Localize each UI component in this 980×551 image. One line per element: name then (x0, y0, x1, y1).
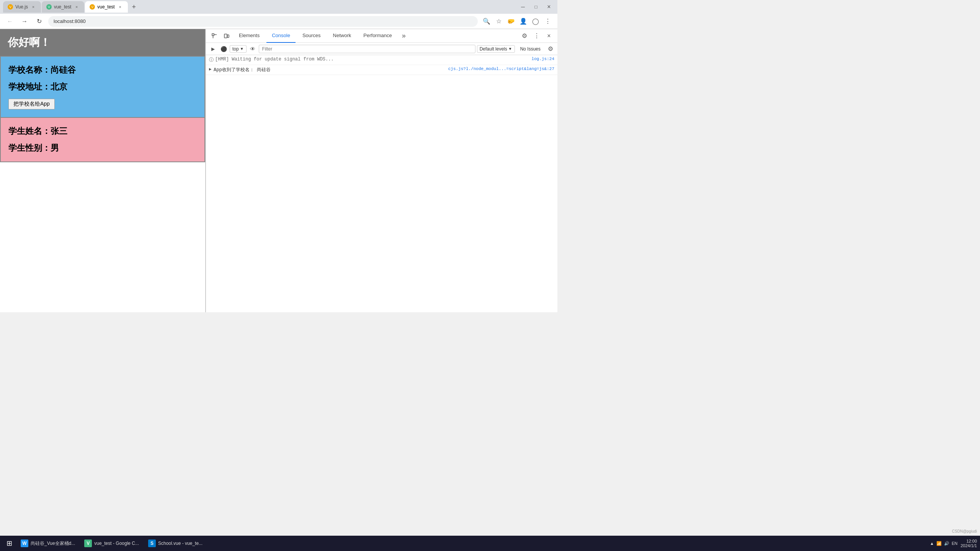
url-input[interactable] (48, 16, 478, 27)
browser-actions: 🔍 ☆ 🤛 👤 ◯ ⋮ (482, 16, 553, 26)
menu-icon[interactable]: ⋮ (543, 16, 553, 26)
maximize-button[interactable]: □ (531, 2, 541, 12)
console-settings-icon[interactable]: ⚙ (546, 44, 555, 54)
address-bar: ← → ↻ 🔍 ☆ 🤛 👤 ◯ ⋮ (0, 14, 557, 29)
student-name: 学生姓名：张三 (8, 126, 197, 137)
webpage-view: 你好啊！ 学校名称：尚硅谷 学校地址：北京 把学校名给App 学生姓名：张三 学… (0, 29, 206, 312)
inspect-element-button[interactable] (209, 31, 220, 41)
console-toolbar: ▶ ⚫ top ▼ 👁 Default levels ▼ No Issues ⚙ (206, 43, 557, 55)
browser-tab-1[interactable]: V Vue.js × (3, 1, 41, 13)
devtools-tab-network[interactable]: Network (328, 29, 357, 43)
console-context-selector[interactable]: top ▼ (230, 45, 247, 53)
devtools-settings-button[interactable]: ⚙ (519, 31, 530, 41)
devtools-tab-sources[interactable]: Sources (297, 29, 326, 43)
device-toggle-button[interactable] (221, 31, 232, 41)
app-title: 你好啊！ (8, 35, 198, 50)
svg-rect-4 (227, 35, 229, 37)
close-window-button[interactable]: × (544, 2, 554, 12)
devtools-toolbar: Elements Console Sources Network Perform… (206, 29, 557, 43)
tab-close-3[interactable]: × (117, 4, 123, 10)
tab-icon-3: V (90, 4, 95, 10)
devtools-customize-button[interactable]: ⋮ (531, 31, 542, 41)
bookmark-icon[interactable]: ☆ (494, 16, 504, 26)
console-play-button[interactable]: ▶ (208, 44, 217, 54)
console-message-source-2[interactable]: cjs.js?l./node_modul...=script&lang=js&:… (448, 67, 554, 71)
minimize-button[interactable]: ─ (518, 2, 528, 12)
devtools-panel: Elements Console Sources Network Perform… (206, 29, 557, 312)
browser-tab-3[interactable]: V vue_test × (85, 1, 127, 13)
console-eye-button[interactable]: 👁 (248, 44, 257, 54)
forward-button[interactable]: → (19, 16, 30, 27)
browser-tab-2[interactable]: V vue_test × (42, 1, 84, 13)
refresh-button[interactable]: ↻ (34, 16, 44, 27)
extension-icon[interactable]: 🤛 (506, 16, 516, 26)
expand-arrow[interactable]: ▶ (209, 67, 214, 72)
console-messages-area: ⓘ [HMR] Waiting for update signal from W… (206, 55, 557, 312)
app-header: 你好啊！ (0, 29, 205, 56)
devtools-tab-elements[interactable]: Elements (234, 29, 265, 43)
school-name: 学校名称：尚硅谷 (8, 64, 197, 76)
devtools-more-tabs-button[interactable]: » (399, 29, 409, 43)
browser-chrome: V Vue.js × V vue_test × V vue_test × + ─… (0, 0, 557, 29)
school-address: 学校地址：北京 (8, 81, 197, 93)
back-button[interactable]: ← (5, 16, 15, 27)
tab-icon-1: V (8, 4, 13, 10)
profile-icon[interactable]: 👤 (518, 16, 528, 26)
tab-close-1[interactable]: × (30, 4, 36, 10)
tab-label-3: vue_test (97, 4, 114, 10)
tab-label-1: Vue.js (15, 4, 28, 10)
school-section: 学校名称：尚硅谷 学校地址：北京 把学校名给App (0, 56, 205, 118)
account-icon[interactable]: ◯ (531, 16, 541, 26)
tab-close-2[interactable]: × (74, 4, 80, 10)
console-message-text-2: App收到了学校名： 尚硅谷 (214, 67, 448, 73)
search-icon[interactable]: 🔍 (482, 16, 492, 26)
devtools-tab-console[interactable]: Console (266, 29, 296, 43)
tab-label-2: vue_test (54, 4, 71, 10)
devtools-close-button[interactable]: × (544, 31, 554, 41)
new-tab-button[interactable]: + (129, 2, 139, 12)
tab-bar: V Vue.js × V vue_test × V vue_test × + ─… (0, 0, 557, 14)
no-issues-badge: No Issues (516, 46, 544, 52)
student-gender: 学生性别：男 (8, 142, 197, 154)
console-message-text-1: [HMR] Waiting for update signal from WDS… (215, 57, 532, 62)
student-section: 学生姓名：张三 学生性别：男 (0, 118, 205, 162)
console-filter-input[interactable] (259, 45, 475, 53)
console-level-selector[interactable]: Default levels ▼ (477, 45, 515, 53)
svg-rect-3 (224, 34, 227, 38)
console-clear-button[interactable]: ⚫ (219, 44, 228, 54)
info-icon: ⓘ (209, 57, 215, 63)
svg-rect-0 (212, 34, 214, 36)
console-message-1: ⓘ [HMR] Waiting for update signal from W… (206, 55, 557, 65)
content-area: 你好啊！ 学校名称：尚硅谷 学校地址：北京 把学校名给App 学生姓名：张三 学… (0, 29, 557, 312)
tab-icon-2: V (46, 4, 52, 10)
console-message-source-1[interactable]: log.js:24 (532, 57, 554, 61)
send-school-button[interactable]: 把学校名给App (8, 99, 55, 109)
devtools-tab-performance[interactable]: Performance (358, 29, 397, 43)
console-message-2: ▶ App收到了学校名： 尚硅谷 cjs.js?l./node_modul...… (206, 65, 557, 75)
